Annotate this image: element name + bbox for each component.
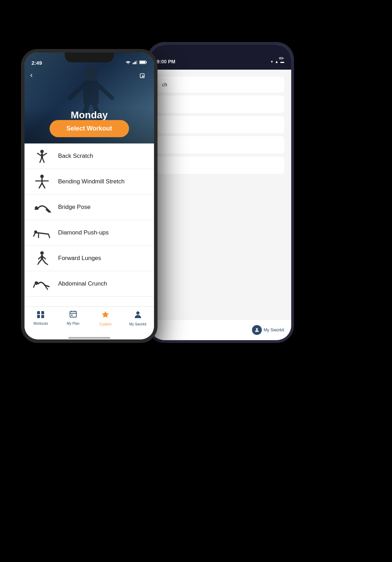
back-list-item: ch bbox=[157, 77, 284, 93]
workouts-tab-label: Workouts bbox=[33, 322, 48, 325]
phone-notch bbox=[65, 52, 114, 62]
svg-rect-3 bbox=[134, 62, 135, 64]
back-list-item-4 bbox=[157, 136, 284, 154]
exercise-item-bridge[interactable]: Bridge Pose bbox=[24, 195, 154, 220]
svg-line-20 bbox=[37, 153, 41, 155]
svg-rect-4 bbox=[135, 61, 136, 64]
back-list-item-3 bbox=[157, 116, 284, 133]
status-icons bbox=[125, 59, 147, 66]
svg-line-45 bbox=[43, 257, 46, 259]
custom-tab-label: Custom bbox=[99, 322, 111, 326]
svg-line-27 bbox=[39, 183, 42, 188]
wifi-icon bbox=[125, 59, 131, 66]
svg-line-28 bbox=[42, 183, 45, 188]
select-workout-button[interactable]: Select Workout bbox=[50, 120, 129, 137]
my-sworkit-tab-icon bbox=[134, 310, 142, 321]
pushup-icon bbox=[31, 225, 52, 240]
windmill-icon bbox=[31, 174, 52, 189]
back-scratch-icon bbox=[31, 148, 52, 164]
home-indicator bbox=[68, 337, 110, 339]
tab-workouts[interactable]: Workouts bbox=[24, 310, 57, 325]
tab-bar: Workouts My Plan bbox=[24, 307, 154, 336]
svg-line-37 bbox=[34, 233, 35, 236]
front-phone: 2:49 bbox=[21, 49, 158, 343]
exercise-item-lunges[interactable]: Forward Lunges bbox=[24, 246, 154, 271]
svg-rect-5 bbox=[136, 61, 138, 64]
svg-line-22 bbox=[40, 159, 41, 162]
exercise-item-windmill[interactable]: Bending Windmill Stretch bbox=[24, 169, 154, 195]
pushup-label: Diamond Push-ups bbox=[58, 229, 109, 236]
day-title: Monday bbox=[24, 110, 154, 121]
background-phone: 9:00 PM ▾ ▲ ▬ ✏ ch My Sworkit bbox=[147, 42, 294, 343]
bridge-label: Bridge Pose bbox=[58, 204, 91, 211]
svg-line-43 bbox=[38, 263, 38, 265]
svg-line-23 bbox=[43, 159, 44, 162]
my-plan-tab-icon bbox=[69, 310, 77, 320]
back-list-item-2 bbox=[157, 96, 284, 113]
signal-icon bbox=[133, 59, 138, 66]
workouts-tab-icon bbox=[36, 310, 45, 320]
svg-rect-8 bbox=[140, 61, 145, 64]
svg-point-55 bbox=[136, 311, 139, 315]
windmill-label: Bending Windmill Stretch bbox=[58, 178, 125, 185]
lunges-label: Forward Lunges bbox=[58, 255, 101, 262]
svg-line-44 bbox=[38, 257, 41, 259]
status-time: 2:49 bbox=[31, 60, 42, 66]
svg-rect-2 bbox=[133, 63, 134, 64]
back-wifi-icon: ▾ bbox=[271, 59, 273, 64]
my-sworkit-tab-label: My Sworkit bbox=[129, 322, 146, 326]
custom-tab-icon bbox=[101, 310, 110, 321]
svg-line-42 bbox=[38, 260, 41, 263]
tab-my-sworkit[interactable]: My Sworkit bbox=[122, 310, 154, 326]
my-plan-tab-label: My Plan bbox=[67, 322, 79, 325]
svg-line-36 bbox=[48, 234, 50, 238]
back-button[interactable]: ‹ bbox=[30, 71, 33, 80]
back-signal-icon: ▲ bbox=[275, 59, 279, 64]
svg-rect-17 bbox=[140, 74, 145, 78]
svg-rect-54 bbox=[71, 315, 72, 316]
back-list-item-5 bbox=[157, 156, 284, 174]
battery-icon bbox=[139, 59, 147, 66]
svg-line-21 bbox=[43, 153, 47, 155]
back-scratch-label: Back Scratch bbox=[58, 153, 93, 160]
svg-rect-19 bbox=[41, 153, 43, 159]
svg-point-18 bbox=[40, 150, 44, 153]
exercise-item-back-scratch[interactable]: Back Scratch bbox=[24, 143, 154, 169]
svg-line-49 bbox=[34, 284, 35, 287]
bridge-icon bbox=[31, 199, 52, 215]
back-bottom-bar: My Sworkit bbox=[150, 319, 291, 340]
exercise-item-crunch[interactable]: Abdominal Crunch bbox=[24, 271, 154, 297]
exercise-list: Back Scratch Bending Windmill Stretch bbox=[24, 143, 154, 307]
lunges-icon bbox=[31, 251, 52, 266]
crunch-icon bbox=[31, 276, 52, 291]
back-avatar-icon bbox=[252, 325, 262, 335]
exercise-item-pushup[interactable]: Diamond Push-ups bbox=[24, 220, 154, 246]
tab-my-plan[interactable]: My Plan bbox=[57, 310, 90, 325]
crunch-label: Abdominal Crunch bbox=[58, 280, 107, 287]
back-mysworkit-label: My Sworkit bbox=[264, 328, 284, 332]
svg-point-1 bbox=[128, 63, 129, 64]
back-phone-time: 9:00 PM bbox=[157, 59, 175, 64]
edit-button[interactable] bbox=[137, 71, 148, 82]
svg-rect-7 bbox=[146, 62, 147, 63]
svg-rect-50 bbox=[70, 311, 76, 317]
tab-custom[interactable]: Custom bbox=[89, 310, 122, 326]
svg-point-0 bbox=[256, 328, 258, 330]
svg-point-46 bbox=[35, 281, 38, 285]
svg-line-40 bbox=[43, 260, 46, 263]
svg-line-41 bbox=[46, 263, 48, 265]
svg-point-38 bbox=[40, 251, 44, 255]
back-edit-icon[interactable]: ✏ bbox=[279, 55, 284, 62]
